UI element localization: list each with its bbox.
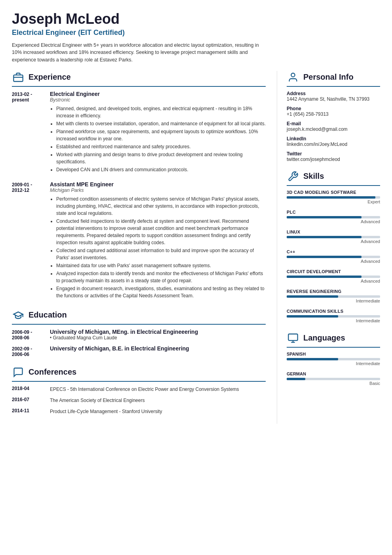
svg-rect-0	[13, 75, 23, 81]
personal-info-section: Personal Info Address 1442 Anyname St, N…	[287, 71, 380, 162]
edu-degree: University of Michigan, MEng. in Electri…	[50, 329, 266, 335]
bullet: Conducted field inspections to identify …	[56, 218, 266, 246]
personal-info-header: Personal Info	[287, 71, 380, 87]
svg-point-3	[291, 73, 295, 77]
education-icon	[12, 309, 25, 322]
conferences-icon	[12, 366, 25, 379]
experience-item: 2013-02 -present Electrical Engineer Bys…	[12, 91, 266, 174]
info-value: +1 (654) 258-79313	[287, 111, 380, 117]
lang-level: Intermediate	[287, 361, 380, 366]
edu-dates: 2002-09 -2006-06	[12, 345, 44, 357]
edu-content: University of Michigan, MEng. in Electri…	[50, 329, 266, 341]
bullet: Developed CAN and LIN drivers and commun…	[56, 166, 266, 173]
bullet: Collected and captured additional asset …	[56, 247, 266, 261]
skills-list: 3D CAD MODELING SOFTWARE Expert PLC Adva…	[287, 190, 380, 323]
skill-level: Intermediate	[287, 318, 380, 323]
info-label: LinkedIn	[287, 136, 380, 142]
lang-level: Basic	[287, 381, 380, 386]
personal-info-field: Twitter twitter.com/josephmcleod	[287, 151, 380, 162]
resume-header: Joseph McLeod Electrical Engineer (EIT C…	[0, 0, 392, 71]
info-value: linkedin.com/in/Joey.McLeod	[287, 142, 380, 147]
experience-list: 2013-02 -present Electrical Engineer Bys…	[12, 91, 266, 300]
skill-bar-container	[287, 236, 380, 238]
conf-date: 2018-04	[12, 386, 44, 393]
skill-bar	[287, 315, 338, 318]
bullet: Performed condition assessments of elect…	[56, 195, 266, 217]
bullet: Maintained data for use with Parks' asse…	[56, 262, 266, 269]
exp-company: Bystronic	[50, 97, 266, 103]
skill-bar-container	[287, 256, 380, 258]
exp-content: Assistant MPE Engineer Michigan Parks Pe…	[50, 181, 266, 300]
conf-date: 2014-11	[12, 408, 44, 415]
language-item: GERMAN Basic	[287, 371, 380, 386]
exp-title: Assistant MPE Engineer	[50, 181, 266, 188]
conferences-section: Conferences 2018-04 EPECS - 5th Internat…	[12, 366, 266, 415]
bullet: Worked with planning and design teams to…	[56, 151, 266, 165]
info-value: 1442 Anyname St, Nashville, TN 37993	[287, 96, 380, 102]
languages-section: Languages SPANISH Intermediate GERMAN Ba…	[287, 332, 380, 386]
job-title: Electrical Engineer (EIT Certified)	[12, 29, 380, 37]
bullet: Analyzed inspection data to identify tre…	[56, 270, 266, 284]
info-label: Address	[287, 91, 380, 96]
skills-title: Skills	[303, 172, 324, 181]
info-value: twitter.com/josephmcleod	[287, 157, 380, 162]
experience-title: Experience	[29, 73, 71, 82]
experience-header: Experience	[12, 71, 266, 87]
skill-bar-container	[287, 315, 380, 318]
languages-header: Languages	[287, 332, 380, 348]
briefcase-icon	[13, 72, 24, 83]
skill-item: COMMUNICATION SKILLS Intermediate	[287, 309, 380, 323]
bullet: Engaged in document research, investigat…	[56, 285, 266, 299]
edu-dates: 2006-09 -2008-06	[12, 329, 44, 341]
skill-bar-container	[287, 196, 380, 199]
experience-icon	[12, 71, 25, 84]
edu-content: University of Michigan, B.E. in Electric…	[50, 345, 266, 357]
info-label: Twitter	[287, 151, 380, 157]
conferences-title: Conferences	[29, 367, 76, 377]
skill-bar	[287, 276, 362, 278]
personal-info-field: Phone +1 (654) 258-79313	[287, 106, 380, 117]
skill-bar-container	[287, 216, 380, 218]
lang-bar	[287, 358, 338, 360]
skill-bar-container	[287, 295, 380, 298]
experience-item: 2009-01 -2012-12 Assistant MPE Engineer …	[12, 181, 266, 300]
bullet: Planned workforce use, space requirement…	[56, 128, 266, 142]
globe-icon	[287, 333, 299, 344]
lang-name: GERMAN	[287, 371, 380, 376]
personal-info-icon	[287, 71, 299, 84]
skill-name: PLC	[287, 210, 380, 214]
education-header: Education	[12, 309, 266, 325]
graduation-icon	[13, 310, 24, 321]
tool-icon	[287, 171, 299, 182]
skills-header: Skills	[287, 170, 380, 186]
skill-level: Expert	[287, 199, 380, 204]
languages-list: SPANISH Intermediate GERMAN Basic	[287, 352, 380, 386]
skill-item: 3D CAD MODELING SOFTWARE Expert	[287, 190, 380, 204]
skills-icon	[287, 170, 299, 183]
experience-section: Experience 2013-02 -present Electrical E…	[12, 71, 266, 300]
skill-level: Advanced	[287, 239, 380, 244]
education-title: Education	[29, 310, 67, 320]
skill-bar	[287, 256, 362, 258]
lang-bar-container	[287, 358, 380, 360]
personal-info-title: Personal Info	[303, 73, 354, 82]
summary-text: Experienced Electrical Engineer with 5+ …	[12, 42, 265, 64]
languages-icon	[287, 332, 299, 344]
info-label: Phone	[287, 106, 380, 111]
language-item: SPANISH Intermediate	[287, 352, 380, 366]
skill-item: PLC Advanced	[287, 210, 380, 224]
personal-info-field: Address 1442 Anyname St, Nashville, TN 3…	[287, 91, 380, 102]
exp-bullets: Performed condition assessments of elect…	[50, 195, 266, 299]
skill-name: REVERSE ENGINEERING	[287, 289, 380, 294]
conference-item: 2014-11 Product Life-Cycle Management - …	[12, 408, 266, 415]
exp-content: Electrical Engineer Bystronic Planned, d…	[50, 91, 266, 174]
skill-item: REVERSE ENGINEERING Intermediate	[287, 289, 380, 303]
personal-info-list: Address 1442 Anyname St, Nashville, TN 3…	[287, 91, 380, 162]
conference-item: 2016-07 The American Society of Electric…	[12, 397, 266, 404]
svg-rect-4	[288, 334, 297, 340]
info-label: E-mail	[287, 121, 380, 126]
conf-date: 2016-07	[12, 397, 44, 404]
skill-bar	[287, 196, 375, 199]
skill-level: Intermediate	[287, 299, 380, 303]
skill-name: CIRCUIT DEVELOPMENT	[287, 269, 380, 274]
